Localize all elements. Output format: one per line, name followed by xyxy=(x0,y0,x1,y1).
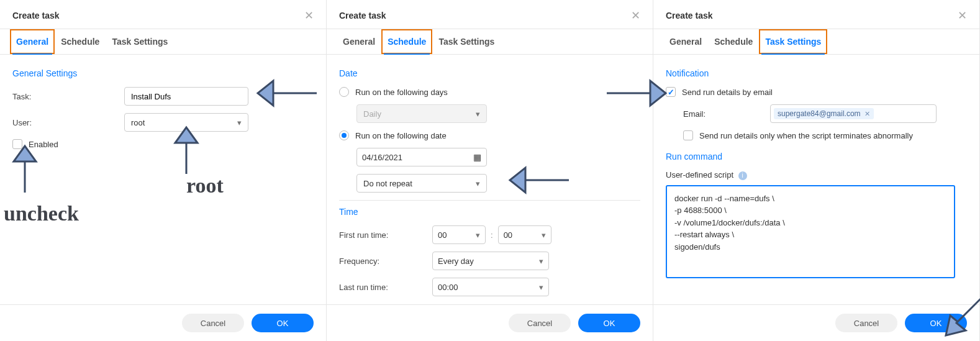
first-run-label: First run time: xyxy=(339,230,432,240)
run-days-radio[interactable] xyxy=(339,87,349,97)
tab-schedule[interactable]: Schedule xyxy=(381,29,432,54)
ok-button[interactable]: OK xyxy=(578,314,640,332)
dialog-title: Create task xyxy=(666,11,713,20)
tabs-bar: General Schedule Task Settings xyxy=(0,29,326,55)
dialog-header: Create task ✕ xyxy=(0,0,326,29)
task-label: Task: xyxy=(12,92,124,101)
date-value: 04/16/2021 xyxy=(362,153,402,162)
daily-select-value: Daily xyxy=(363,109,381,119)
dialog-task-settings: Create task ✕ General Schedule Task Sett… xyxy=(653,0,980,341)
time-colon: : xyxy=(491,230,493,240)
task-name-input[interactable] xyxy=(124,87,248,106)
tab-schedule[interactable]: Schedule xyxy=(708,29,759,54)
frequency-select[interactable]: Every day▾ xyxy=(432,252,549,270)
repeat-value: Do not repeat xyxy=(363,179,412,188)
panel-body: Date Run on the following days Daily ▾ R… xyxy=(327,55,653,304)
ok-button[interactable]: OK xyxy=(252,314,314,332)
tabs-bar: General Schedule Task Settings xyxy=(653,29,979,55)
tab-schedule[interactable]: Schedule xyxy=(55,29,106,54)
tab-task-settings[interactable]: Task Settings xyxy=(759,29,827,54)
first-run-minute[interactable]: 00▾ xyxy=(498,225,551,244)
email-value: supergate84@gmail.com xyxy=(778,109,861,118)
dialog-footer: Cancel OK xyxy=(0,304,326,341)
chevron-down-icon: ▾ xyxy=(476,109,480,119)
calendar-icon: ▦ xyxy=(473,152,481,162)
repeat-select[interactable]: Do not repeat ▾ xyxy=(356,174,487,193)
last-run-label: Last run time: xyxy=(339,283,432,292)
cancel-button[interactable]: Cancel xyxy=(509,314,571,332)
tab-task-settings[interactable]: Task Settings xyxy=(106,29,174,54)
script-label: User-defined script xyxy=(666,170,733,180)
ok-button[interactable]: OK xyxy=(905,314,967,332)
chevron-down-icon: ▾ xyxy=(476,230,480,240)
run-date-label: Run on the following date xyxy=(355,131,447,140)
user-label: User: xyxy=(12,118,124,127)
section-time: Time xyxy=(339,207,640,225)
email-chip: supergate84@gmail.com ✕ xyxy=(774,108,874,119)
tab-general[interactable]: General xyxy=(10,29,55,54)
send-email-checkbox[interactable] xyxy=(666,87,676,97)
first-run-hour[interactable]: 00▾ xyxy=(432,225,486,244)
section-general-settings: General Settings xyxy=(12,65,314,87)
close-icon[interactable]: ✕ xyxy=(631,9,640,22)
daily-select: Daily ▾ xyxy=(356,104,487,123)
panel-body: Notification Send run details by email E… xyxy=(653,55,979,304)
user-select-value: root xyxy=(131,118,145,127)
email-label: Email: xyxy=(683,109,770,119)
chevron-down-icon: ▾ xyxy=(539,283,543,292)
chevron-down-icon: ▾ xyxy=(476,179,480,188)
chevron-down-icon: ▾ xyxy=(237,118,242,127)
user-select[interactable]: root ▾ xyxy=(124,113,248,132)
cancel-button[interactable]: Cancel xyxy=(835,314,897,332)
dialog-title: Create task xyxy=(12,11,60,20)
script-textarea[interactable] xyxy=(666,185,955,278)
tab-task-settings[interactable]: Task Settings xyxy=(432,29,501,54)
last-run-select[interactable]: 00:00▾ xyxy=(432,278,549,296)
section-notification: Notification xyxy=(666,65,967,87)
abnormal-checkbox[interactable] xyxy=(683,130,693,140)
close-icon[interactable]: ✕ xyxy=(304,9,314,22)
dialog-schedule: Create task ✕ General Schedule Task Sett… xyxy=(327,0,653,341)
tab-general[interactable]: General xyxy=(337,29,381,54)
dialog-title: Create task xyxy=(339,11,386,20)
section-run-command: Run command xyxy=(666,148,967,170)
abnormal-label: Send run details only when the script te… xyxy=(699,131,913,140)
cancel-button[interactable]: Cancel xyxy=(182,314,244,332)
dialog-footer: Cancel OK xyxy=(653,304,979,341)
tabs-bar: General Schedule Task Settings xyxy=(327,29,653,55)
enabled-checkbox[interactable] xyxy=(12,139,22,149)
section-date: Date xyxy=(339,65,640,87)
info-icon[interactable]: i xyxy=(738,171,747,180)
remove-chip-icon[interactable]: ✕ xyxy=(864,110,870,118)
dialog-header: Create task ✕ xyxy=(327,0,653,29)
dialog-header: Create task ✕ xyxy=(653,0,979,29)
dialog-general: Create task ✕ General Schedule Task Sett… xyxy=(0,0,327,341)
run-days-label: Run on the following days xyxy=(355,88,448,97)
dialog-footer: Cancel OK xyxy=(327,304,653,341)
tab-general[interactable]: General xyxy=(663,29,708,54)
enabled-label: Enabled xyxy=(29,140,58,149)
send-email-label: Send run details by email xyxy=(682,88,773,97)
email-input[interactable]: supergate84@gmail.com ✕ xyxy=(770,104,937,123)
panel-body: General Settings Task: User: root ▾ Enab… xyxy=(0,55,326,304)
close-icon[interactable]: ✕ xyxy=(958,9,967,22)
frequency-label: Frequency: xyxy=(339,257,432,266)
chevron-down-icon: ▾ xyxy=(539,257,543,266)
chevron-down-icon: ▾ xyxy=(542,230,546,240)
run-date-radio[interactable] xyxy=(339,130,349,140)
date-picker[interactable]: 04/16/2021 ▦ xyxy=(356,148,487,166)
